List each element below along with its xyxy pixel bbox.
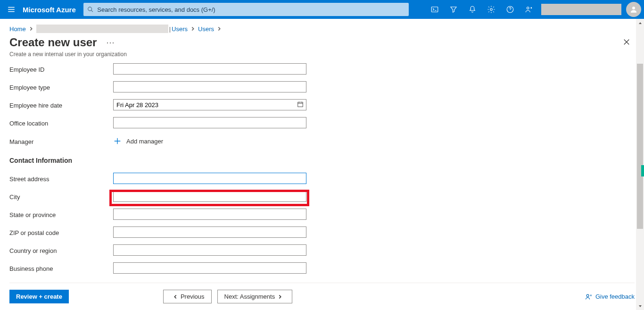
scroll-thumb[interactable] xyxy=(637,64,643,229)
svg-point-3 xyxy=(490,8,493,11)
feedback-label: Give feedback xyxy=(595,293,635,300)
employee-type-input[interactable] xyxy=(113,81,306,92)
more-actions-icon[interactable]: ··· xyxy=(106,38,115,48)
chevron-left-icon xyxy=(173,294,178,299)
label-hire-date: Employee hire date xyxy=(9,101,113,109)
svg-point-6 xyxy=(632,7,635,9)
label-street-address: Street address xyxy=(9,175,113,183)
close-button[interactable] xyxy=(623,39,630,47)
country-input[interactable] xyxy=(113,244,306,256)
office-location-input[interactable] xyxy=(113,117,306,128)
city-input[interactable] xyxy=(113,191,306,202)
breadcrumb-pipe: | xyxy=(169,25,171,33)
breadcrumb-users-1[interactable]: Users xyxy=(172,25,188,33)
title-bar: Create new user ··· xyxy=(0,35,644,49)
feedback-person-icon xyxy=(585,293,593,301)
breadcrumb: Home | Users Users xyxy=(0,19,644,35)
previous-label: Previous xyxy=(181,293,205,300)
footer-bar: Review + create Previous Next: Assignmen… xyxy=(0,283,644,310)
form-content: Employee ID Employee type Employee hire … xyxy=(0,63,644,283)
top-header: Microsoft Azure xyxy=(0,0,644,19)
label-city: City xyxy=(9,193,113,201)
global-search[interactable] xyxy=(83,3,409,16)
svg-line-1 xyxy=(91,10,92,12)
add-manager-label: Add manager xyxy=(126,138,163,145)
add-manager-button[interactable]: Add manager xyxy=(113,137,163,145)
breadcrumb-org-placeholder xyxy=(36,25,168,33)
street-address-input[interactable] xyxy=(113,173,306,184)
search-input[interactable] xyxy=(97,6,405,13)
label-employee-type: Employee type xyxy=(9,83,113,91)
svg-rect-2 xyxy=(431,7,438,12)
account-placeholder xyxy=(541,4,621,15)
page-subtitle: Create a new internal user in your organ… xyxy=(0,49,644,63)
user-avatar[interactable] xyxy=(626,2,641,17)
scroll-down-arrow[interactable] xyxy=(636,302,644,310)
chevron-right-icon xyxy=(278,294,282,299)
svg-point-0 xyxy=(88,7,91,11)
filter-icon[interactable] xyxy=(444,0,463,19)
chevron-right-icon xyxy=(190,26,195,31)
next-button[interactable]: Next: Assignments xyxy=(217,290,293,303)
zip-input[interactable] xyxy=(113,226,306,238)
svg-point-5 xyxy=(527,7,529,9)
notifications-icon[interactable] xyxy=(463,0,482,19)
next-label: Next: Assignments xyxy=(224,293,275,300)
feedback-icon[interactable] xyxy=(520,0,538,19)
breadcrumb-users-2[interactable]: Users xyxy=(198,25,214,33)
label-employee-id: Employee ID xyxy=(9,65,113,73)
scrollbar[interactable] xyxy=(636,19,644,310)
chevron-right-icon xyxy=(29,26,33,31)
business-phone-input[interactable] xyxy=(113,262,306,274)
hamburger-menu[interactable] xyxy=(0,0,23,19)
plus-icon xyxy=(113,137,122,145)
page-title: Create new user xyxy=(9,36,97,49)
side-tab-indicator[interactable] xyxy=(641,165,644,176)
breadcrumb-home[interactable]: Home xyxy=(9,25,26,33)
header-actions xyxy=(425,0,644,19)
employee-id-input[interactable] xyxy=(113,63,306,75)
help-icon[interactable] xyxy=(501,0,520,19)
hire-date-input[interactable] xyxy=(113,99,306,110)
svg-point-8 xyxy=(586,294,589,297)
chevron-right-icon xyxy=(217,26,222,31)
section-contact-info: Contact Information xyxy=(9,157,635,164)
label-office-location: Office location xyxy=(9,119,113,127)
label-business-phone: Business phone xyxy=(9,264,113,272)
label-zip: ZIP or postal code xyxy=(9,228,113,236)
label-manager: Manager xyxy=(9,137,113,145)
cloud-shell-icon[interactable] xyxy=(425,0,444,19)
scroll-up-arrow[interactable] xyxy=(636,19,644,27)
give-feedback-link[interactable]: Give feedback xyxy=(585,293,635,301)
settings-icon[interactable] xyxy=(482,0,501,19)
label-state: State or province xyxy=(9,210,113,218)
search-icon xyxy=(87,6,94,13)
label-country: Country or region xyxy=(9,246,113,254)
brand-logo[interactable]: Microsoft Azure xyxy=(23,6,76,14)
state-input[interactable] xyxy=(113,209,306,220)
previous-button[interactable]: Previous xyxy=(163,290,212,303)
review-create-button[interactable]: Review + create xyxy=(9,290,69,303)
